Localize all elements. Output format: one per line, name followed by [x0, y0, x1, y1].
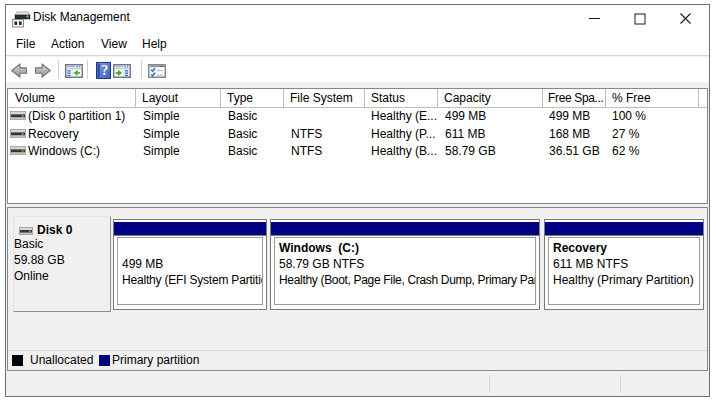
svg-text:?: ? — [101, 63, 108, 78]
